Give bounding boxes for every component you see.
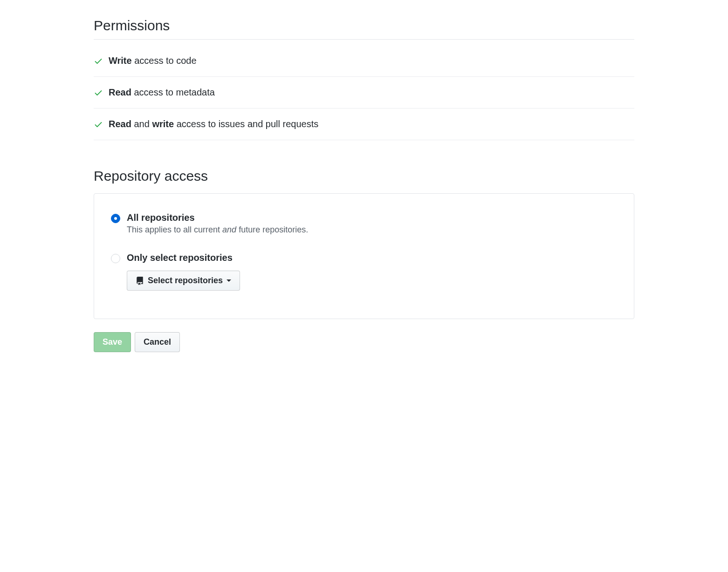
select-repositories-button[interactable]: Select repositories bbox=[127, 271, 240, 291]
permissions-list: Write access to code Read access to meta… bbox=[94, 45, 634, 140]
save-button[interactable]: Save bbox=[94, 332, 131, 352]
check-icon bbox=[94, 120, 103, 129]
permissions-heading: Permissions bbox=[94, 18, 634, 40]
caret-down-icon bbox=[227, 279, 231, 282]
radio-label-all: All repositories bbox=[127, 212, 617, 223]
permission-text: Write access to code bbox=[109, 55, 197, 66]
permission-item: Read and write access to issues and pull… bbox=[94, 109, 634, 140]
radio-option-only-select[interactable]: Only select repositories Select reposito… bbox=[111, 252, 617, 291]
check-icon bbox=[94, 88, 103, 97]
permission-item: Read access to metadata bbox=[94, 77, 634, 109]
radio-label-only-select: Only select repositories bbox=[127, 252, 617, 263]
radio-input-only-select[interactable] bbox=[111, 254, 120, 263]
radio-description-all: This applies to all current and future r… bbox=[127, 225, 617, 235]
permission-text: Read access to metadata bbox=[109, 87, 215, 98]
repository-access-box: All repositories This applies to all cur… bbox=[94, 193, 634, 319]
check-icon bbox=[94, 56, 103, 66]
radio-option-all-repositories[interactable]: All repositories This applies to all cur… bbox=[111, 212, 617, 235]
cancel-button[interactable]: Cancel bbox=[135, 332, 180, 352]
form-actions: Save Cancel bbox=[94, 332, 634, 352]
permission-text: Read and write access to issues and pull… bbox=[109, 119, 318, 129]
repo-icon bbox=[136, 277, 144, 285]
radio-input-all[interactable] bbox=[111, 214, 120, 223]
repository-access-heading: Repository access bbox=[94, 168, 634, 190]
select-repositories-label: Select repositories bbox=[148, 276, 223, 286]
permission-item: Write access to code bbox=[94, 45, 634, 77]
